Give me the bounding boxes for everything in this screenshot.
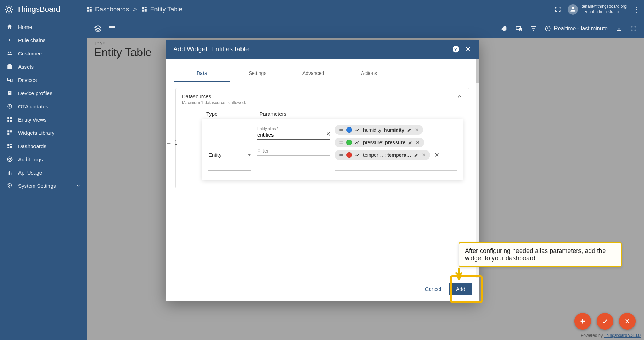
tab-actions[interactable]: Actions — [341, 65, 397, 82]
sidebar-item-assets[interactable]: Assets — [0, 60, 87, 73]
breadcrumb-current[interactable]: Entity Table — [141, 6, 183, 13]
sidebar-item-device-profiles[interactable]: Device profiles — [0, 86, 87, 100]
entity-alias-field[interactable]: Entity alias * ✕ — [257, 126, 330, 140]
chevron-down-icon — [76, 183, 81, 188]
app-header: ThingsBoard Dashboards > Entity Table te… — [0, 0, 644, 19]
chip-temperature[interactable]: temper… : tempera… ✕ — [335, 150, 430, 160]
filter-icon[interactable] — [530, 25, 537, 32]
svg-point-30 — [7, 157, 12, 162]
fab-apply[interactable] — [597, 313, 613, 330]
sidebar-item-system-settings[interactable]: System Settings — [0, 179, 87, 192]
chip-humidity[interactable]: humidity: humidity ✕ — [335, 125, 423, 135]
chip-label: temper… : tempera… — [363, 152, 411, 158]
edit-icon[interactable] — [408, 140, 413, 145]
sidebar-item-widgets-library[interactable]: Widgets Library — [0, 126, 87, 139]
close-icon[interactable] — [465, 46, 472, 53]
tab-settings[interactable]: Settings — [230, 65, 285, 82]
sidebar-item-rule-chains[interactable]: Rule chains — [0, 33, 87, 47]
color-dot[interactable] — [346, 152, 352, 158]
tab-advanced[interactable]: Advanced — [285, 65, 341, 82]
gear-icon[interactable] — [501, 25, 508, 32]
layout-icon[interactable] — [108, 25, 116, 32]
svg-rect-13 — [8, 64, 11, 65]
fullscreen-icon[interactable] — [630, 25, 637, 32]
sidebar: Home Rule chains Customers Assets Device… — [0, 19, 87, 340]
drag-handle-icon[interactable] — [339, 140, 344, 145]
entity-alias-icon[interactable] — [515, 25, 522, 32]
svg-rect-8 — [142, 10, 144, 12]
assets-icon — [6, 63, 13, 70]
sidebar-item-audit-logs[interactable]: Audit Logs — [0, 153, 87, 166]
sidebar-label: Rule chains — [18, 37, 45, 43]
dialog-title: Add Widget: Entities table — [173, 45, 447, 53]
drag-handle-icon[interactable] — [339, 153, 344, 157]
color-dot[interactable] — [346, 140, 352, 145]
type-select[interactable]: Entity ▾ — [208, 139, 251, 171]
sidebar-item-devices[interactable]: Devices — [0, 73, 87, 86]
svg-rect-6 — [144, 7, 146, 8]
drag-handle-icon[interactable] — [166, 140, 171, 146]
ota-icon — [6, 103, 13, 109]
timeseries-icon — [355, 140, 360, 145]
svg-rect-32 — [8, 172, 8, 175]
fullscreen-icon[interactable] — [554, 6, 561, 13]
edit-icon[interactable] — [414, 153, 419, 157]
add-button[interactable]: Add — [449, 283, 472, 295]
logo-icon — [4, 5, 14, 14]
timeseries-icon — [355, 127, 360, 133]
footer-link[interactable]: Thingsboard v.3.3.0 — [604, 333, 641, 338]
sidebar-label: Audit Logs — [18, 156, 43, 162]
remove-icon[interactable]: ✕ — [415, 127, 419, 133]
tutorial-callout: After configuring needed alias parameter… — [459, 242, 622, 267]
svg-rect-33 — [9, 171, 10, 175]
filter-field[interactable] — [257, 146, 330, 156]
sidebar-item-dashboards[interactable]: Dashboards — [0, 139, 87, 153]
sidebar-label: Assets — [18, 64, 34, 70]
sidebar-item-home[interactable]: Home — [0, 20, 87, 33]
remove-icon[interactable]: ✕ — [422, 152, 426, 158]
sidebar-item-entity-views[interactable]: Entity Views — [0, 113, 87, 126]
chip-label: pressure: pressure — [363, 140, 405, 145]
datasources-hint: Maximum 1 datasource is allowed. — [182, 100, 246, 105]
entity-alias-input[interactable] — [257, 131, 330, 139]
svg-rect-25 — [7, 133, 9, 135]
filter-input[interactable] — [257, 147, 330, 155]
user-menu[interactable]: tenant@thingsboard.org Tenant administra… — [568, 4, 627, 15]
cancel-button[interactable]: Cancel — [422, 283, 445, 295]
svg-rect-2 — [90, 7, 92, 8]
svg-rect-1 — [87, 7, 89, 9]
chip-pressure[interactable]: pressure: pressure ✕ — [335, 138, 424, 147]
add-key-line[interactable] — [335, 170, 457, 171]
tab-data[interactable]: Data — [174, 65, 230, 82]
svg-rect-22 — [10, 120, 12, 122]
fab-cancel[interactable] — [619, 313, 636, 330]
drag-handle-icon[interactable] — [339, 128, 344, 132]
breadcrumb-root[interactable]: Dashboards — [86, 6, 129, 13]
layers-icon[interactable] — [94, 25, 102, 32]
download-icon[interactable] — [615, 25, 622, 32]
time-window[interactable]: Realtime - last minute — [545, 25, 608, 32]
clear-icon[interactable]: ✕ — [326, 131, 330, 137]
sidebar-label: Dashboards — [18, 143, 46, 149]
svg-rect-21 — [7, 120, 9, 122]
svg-rect-7 — [144, 9, 146, 12]
color-dot[interactable] — [346, 127, 352, 133]
chevron-up-icon[interactable] — [457, 93, 463, 100]
sidebar-item-api-usage[interactable]: Api Usage — [0, 166, 87, 179]
svg-rect-16 — [8, 91, 12, 95]
delete-datasource-icon[interactable]: ✕ — [434, 151, 439, 159]
remove-icon[interactable]: ✕ — [416, 140, 420, 145]
dashboard-icon — [86, 6, 92, 13]
sidebar-item-customers[interactable]: Customers — [0, 47, 87, 60]
footer: Powered by Thingsboard v.3.3.0 — [581, 333, 641, 338]
fab-add[interactable] — [574, 313, 591, 330]
svg-point-9 — [572, 7, 574, 9]
callout-text: After configuring needed alias parameter… — [465, 247, 606, 262]
sidebar-item-ota-updates[interactable]: OTA updates — [0, 100, 87, 113]
more-icon[interactable]: ⋮ — [633, 5, 640, 14]
logo[interactable]: ThingsBoard — [4, 5, 86, 14]
svg-rect-17 — [9, 92, 11, 92]
devices-icon — [6, 77, 13, 83]
edit-icon[interactable] — [407, 128, 412, 132]
help-icon[interactable]: ? — [452, 45, 460, 53]
